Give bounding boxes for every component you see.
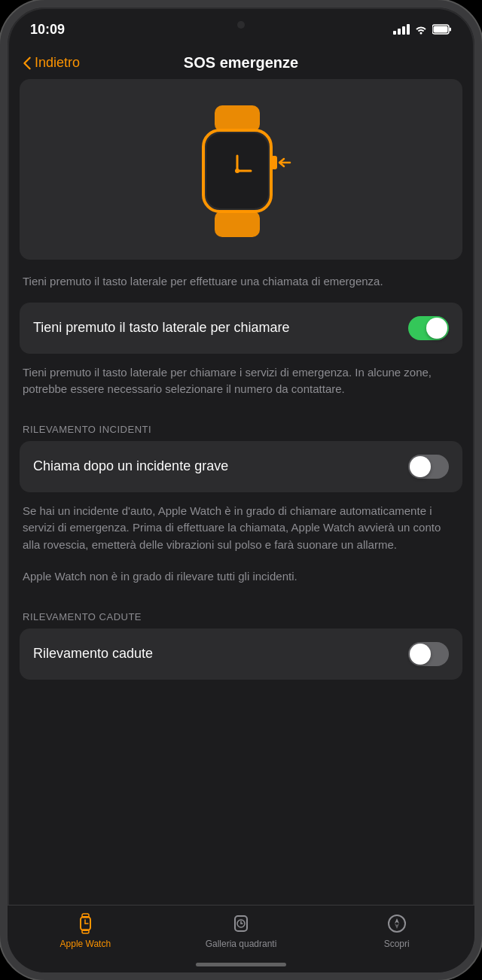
scopri-tab-icon <box>385 912 409 936</box>
description-3: Se hai un incidente d'auto, Apple Watch … <box>20 500 462 566</box>
status-time: 10:09 <box>30 22 65 38</box>
svg-marker-22 <box>395 918 399 924</box>
tab-scopri-label: Scopri <box>384 939 410 949</box>
tab-apple-watch-label: Apple Watch <box>60 939 111 949</box>
toggle-2-switch[interactable] <box>408 455 449 479</box>
galleria-quadranti-tab-icon <box>229 912 253 936</box>
page-title: SOS emergenze <box>184 54 298 72</box>
toggle-chiama-incidente[interactable]: Chiama dopo un incidente grave <box>20 441 462 492</box>
status-bar: 10:09 <box>8 8 474 47</box>
description-2: Tieni premuto il tasto laterale per chia… <box>20 361 462 410</box>
toggle-2-label: Chiama dopo un incidente grave <box>33 458 408 475</box>
watch-icon <box>74 912 96 935</box>
description-4: Apple Watch non è in grado di rilevare t… <box>20 565 462 598</box>
back-button[interactable]: Indietro <box>23 55 80 71</box>
watch-svg <box>181 102 301 237</box>
toggle-rilevamento-cadute[interactable]: Rilevamento cadute <box>20 628 462 680</box>
toggle-2-knob <box>410 456 431 477</box>
apple-watch-illustration <box>181 102 301 237</box>
toggle-1-label: Tieni premuto il tasto laterale per chia… <box>33 319 408 336</box>
toggle-3-label: Rilevamento cadute <box>33 645 408 662</box>
chevron-left-icon <box>23 56 32 70</box>
svg-marker-23 <box>395 924 399 929</box>
toggle-1-knob <box>426 318 447 339</box>
toggle-3-switch[interactable] <box>408 642 449 666</box>
tab-scopri[interactable]: Scopri <box>319 912 474 949</box>
nav-bar: Indietro SOS emergenze <box>8 47 474 79</box>
toggle-3-knob <box>410 644 431 665</box>
tab-galleria-quadranti[interactable]: Galleria quadranti <box>163 912 319 949</box>
toggle-hold-side-button[interactable]: Tieni premuto il tasto laterale per chia… <box>20 303 462 354</box>
battery-icon <box>432 24 452 35</box>
status-icons <box>393 24 452 35</box>
home-indicator <box>196 963 286 966</box>
svg-rect-3 <box>215 105 260 132</box>
compass-icon <box>386 912 408 935</box>
svg-rect-13 <box>82 914 89 918</box>
svg-rect-4 <box>215 211 260 237</box>
signal-icon <box>393 24 410 35</box>
section-header-cadute: RILEVAMENTO CADUTE <box>20 598 462 628</box>
svg-rect-10 <box>271 156 277 169</box>
watch-face-gallery-icon <box>230 912 252 935</box>
svg-point-21 <box>389 915 405 932</box>
tab-apple-watch[interactable]: Apple Watch <box>8 912 163 949</box>
svg-rect-1 <box>434 26 448 33</box>
dynamic-island <box>237 21 245 29</box>
phone-frame: 10:09 <box>0 0 482 980</box>
apple-watch-tab-icon <box>73 912 97 936</box>
tab-galleria-quadranti-label: Galleria quadranti <box>206 939 277 949</box>
section-header-incidenti: RILEVAMENTO INCIDENTI <box>20 410 462 441</box>
watch-illustration-card <box>20 79 462 260</box>
description-1: Tieni premuto il tasto laterale per effe… <box>20 270 462 303</box>
toggle-1-switch[interactable] <box>408 316 449 340</box>
wifi-icon <box>414 24 428 35</box>
content-area: Tieni premuto il tasto laterale per effe… <box>8 79 474 915</box>
svg-rect-14 <box>82 930 89 933</box>
svg-point-9 <box>235 169 239 173</box>
back-label: Indietro <box>35 55 80 71</box>
svg-rect-2 <box>450 28 452 32</box>
